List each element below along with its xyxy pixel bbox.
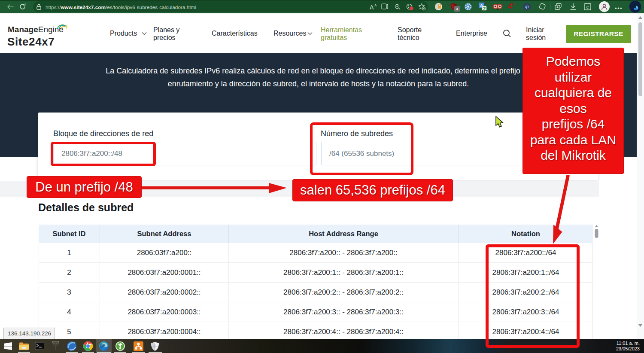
svg-text:A: A [370,4,374,10]
svg-text:ip: ip [526,4,529,9]
svg-text:e: e [586,4,589,10]
svg-text:A: A [374,3,377,7]
